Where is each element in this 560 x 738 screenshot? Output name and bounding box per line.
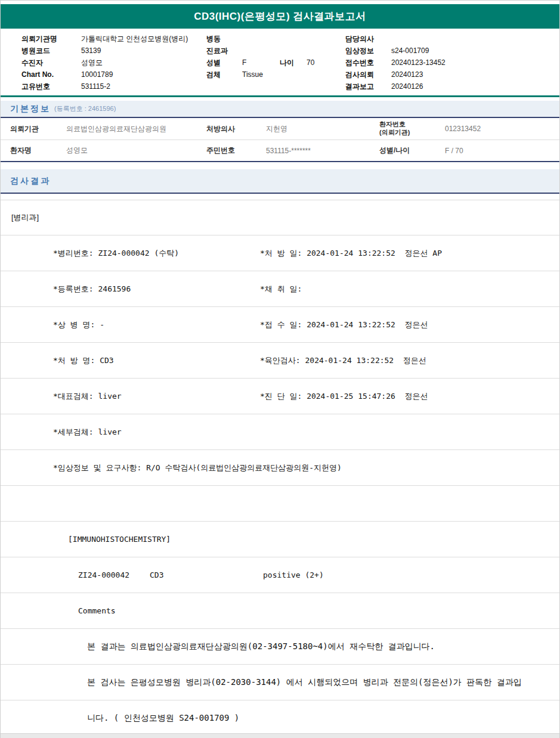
result-row-sub-specimen: *세부검체: liver bbox=[1, 414, 559, 450]
report-title-bar: CD3(IHC)(은평성모) 검사결과보고서 bbox=[1, 4, 559, 29]
field-row-unique-no: 고유번호 531115-2 bbox=[21, 80, 188, 92]
field-label: 진료과 bbox=[206, 46, 242, 56]
field-label: 고유번호 bbox=[21, 82, 81, 92]
result-left: *상 병 명: - bbox=[53, 320, 104, 330]
result-row-comments-label: Comments bbox=[1, 593, 559, 629]
department-label: [병리과] bbox=[11, 212, 39, 223]
field-value: 531115-2 bbox=[81, 82, 110, 91]
department-row: [병리과] bbox=[1, 200, 559, 235]
field-label: 결과보고 bbox=[345, 82, 391, 92]
comment-line-row: 본 결과는 의료법인삼광의료재단삼광의원(02-3497-5180~4)에서 재… bbox=[1, 629, 559, 665]
field-value: 성영모 bbox=[81, 58, 103, 68]
cell-label-line2: (의뢰기관) bbox=[379, 129, 445, 137]
field-label: 검체 bbox=[206, 70, 242, 80]
field-label: 나이 bbox=[280, 58, 307, 68]
results-body: *병리번호: ZI24-000042 (수탁) *처 방 일: 2024-01-… bbox=[1, 235, 559, 736]
field-label: 성별 bbox=[206, 58, 242, 68]
field-value: 20240123 bbox=[391, 70, 423, 79]
result-left: *대표검체: liver bbox=[53, 391, 122, 402]
field-value-sex: F bbox=[242, 58, 280, 67]
cell-label-line1: 환자번호 bbox=[379, 120, 445, 129]
comment-line-row: 본 검사는 은평성모병원 병리과(02-2030-3144) 에서 시행되었으며… bbox=[1, 665, 559, 700]
field-row-specimen: 검체 Tissue bbox=[206, 69, 314, 80]
comment-line: 본 검사는 은평성모병원 병리과(02-2030-3144) 에서 시행되었으며… bbox=[87, 677, 522, 688]
result-row-empty bbox=[1, 486, 559, 522]
section-header-test-results: 검사결과 bbox=[1, 169, 559, 194]
field-row-receipt-no: 접수번호 20240123-13452 bbox=[345, 57, 445, 69]
cell-label: 환자번호(의뢰기관) bbox=[379, 120, 445, 137]
section-header-basic-info: 기본정보 (등록번호 : 2461596) bbox=[1, 101, 559, 118]
cell-label: 의뢰기관 bbox=[1, 124, 66, 134]
specimen-number: ZI24-000042 bbox=[78, 570, 129, 579]
section-title: 기본정보 bbox=[10, 104, 51, 114]
result-right: *접 수 일: 2024-01-24 13:22:52 정은선 bbox=[260, 320, 428, 330]
field-row-clinical-info: 임상정보 s24-001709 bbox=[345, 45, 445, 57]
result-row-diagnosis-name: *상 병 명: - *접 수 일: 2024-01-24 13:22:52 정은… bbox=[1, 307, 559, 343]
field-label: 병원코드 bbox=[21, 46, 81, 56]
patient-header: 의뢰기관명 가톨릭대학교 인천성모병원(병리) 병원코드 53139 수진자 성… bbox=[1, 33, 559, 95]
cell-label: 처방의사 bbox=[206, 124, 266, 134]
immunohistochemistry-header: [IMMUNOHISTOCHEMISTRY] bbox=[68, 535, 171, 544]
field-row-sex-age: 성별 F 나이 70 bbox=[206, 57, 314, 69]
result-row-registration-no: *등록번호: 2461596 *채 취 일: bbox=[1, 271, 559, 307]
stain-result-row: ZI24-000042 CD3 positive (2+) bbox=[1, 557, 559, 593]
cell-label: 주민번호 bbox=[206, 145, 266, 156]
comment-line: 본 결과는 의료법인삼광의료재단삼광의원(02-3497-5180~4)에서 재… bbox=[87, 641, 435, 652]
patient-header-middle-column: 병동 진료과 성별 F 나이 70 검체 Tissue bbox=[206, 33, 314, 80]
cell-value: 531115-******* bbox=[266, 147, 379, 155]
field-row-department: 진료과 bbox=[206, 45, 314, 57]
comment-line: 니다. ( 인천성모병원 S24-001709 ) bbox=[87, 713, 239, 724]
cell-value: 012313452 bbox=[445, 125, 481, 133]
section-title: 검사결과 bbox=[10, 176, 51, 187]
result-row-pathology-no: *병리번호: ZI24-000042 (수탁) *처 방 일: 2024-01-… bbox=[1, 235, 559, 271]
cell-label: 환자명 bbox=[1, 145, 66, 156]
stain-result: positive (2+) bbox=[263, 570, 324, 579]
field-value-age: 70 bbox=[307, 58, 314, 67]
basic-info-table: 의뢰기관 의료법인삼광의료재단삼광의원 처방의사 지헌영 환자번호(의뢰기관) … bbox=[1, 118, 559, 162]
result-row-clinical-request: *임상정보 및 요구사항: R/O 수탁검사(의료법인삼광의료재단삼광의원-지헌… bbox=[1, 450, 559, 486]
field-value: 가톨릭대학교 인천성모병원(병리) bbox=[81, 34, 188, 44]
result-left: *임상정보 및 요구사항: R/O 수탁검사(의료법인삼광의료재단삼광의원-지헌… bbox=[53, 463, 342, 473]
field-label: 담당의사 bbox=[345, 34, 391, 44]
field-row-referring-org: 의뢰기관명 가톨릭대학교 인천성모병원(병리) bbox=[21, 33, 188, 45]
field-row-result-report-date: 결과보고 20240126 bbox=[345, 80, 445, 92]
field-row-ward: 병동 bbox=[206, 33, 314, 45]
field-value: 53139 bbox=[81, 46, 101, 55]
field-row-chart-no: Chart No. 10001789 bbox=[21, 69, 188, 80]
field-label: 의뢰기관명 bbox=[21, 34, 81, 44]
field-row-test-request-date: 검사의뢰 20240123 bbox=[345, 69, 445, 80]
table-row: 환자명 성영모 주민번호 531115-******* 성별/나이 F / 70 bbox=[1, 140, 559, 162]
result-row-immuno-header: [IMMUNOHISTOCHEMISTRY] bbox=[1, 522, 559, 557]
field-label: 접수번호 bbox=[345, 58, 391, 68]
report-page: CD3(IHC)(은평성모) 검사결과보고서 의뢰기관명 가톨릭대학교 인천성모… bbox=[0, 0, 560, 738]
field-value: 10001789 bbox=[81, 70, 113, 79]
field-value: s24-001709 bbox=[391, 46, 429, 55]
table-row: 의뢰기관 의료법인삼광의료재단삼광의원 처방의사 지헌영 환자번호(의뢰기관) … bbox=[1, 118, 559, 140]
comment-line-row: 니다. ( 인천성모병원 S24-001709 ) bbox=[1, 700, 559, 736]
cell-value: 지헌영 bbox=[266, 124, 379, 134]
result-left: *병리번호: ZI24-000042 (수탁) bbox=[53, 248, 179, 259]
patient-header-right-column: 담당의사 임상정보 s24-001709 접수번호 20240123-13452… bbox=[345, 33, 445, 92]
patient-header-left-column: 의뢰기관명 가톨릭대학교 인천성모병원(병리) 병원코드 53139 수진자 성… bbox=[21, 33, 188, 92]
field-row-hospital-code: 병원코드 53139 bbox=[21, 45, 188, 57]
comments-label: Comments bbox=[78, 606, 116, 615]
field-label: 검사의뢰 bbox=[345, 70, 391, 80]
result-row-main-specimen: *대표검체: liver *진 단 일: 2024-01-25 15:47:26… bbox=[1, 379, 559, 414]
field-label: 수진자 bbox=[21, 58, 81, 68]
stain-name: CD3 bbox=[150, 570, 163, 579]
registration-number: (등록번호 : 2461596) bbox=[54, 104, 116, 113]
result-right: *육안검사: 2024-01-24 13:22:52 정은선 bbox=[260, 355, 426, 366]
field-label: 병동 bbox=[206, 34, 242, 44]
result-left: *처 방 명: CD3 bbox=[53, 355, 114, 366]
result-left: *세부검체: liver bbox=[53, 427, 122, 438]
field-row-attending-doctor: 담당의사 bbox=[345, 33, 445, 45]
report-title: CD3(IHC)(은평성모) 검사결과보고서 bbox=[194, 10, 366, 23]
cell-value: F / 70 bbox=[445, 147, 463, 155]
field-value: Tissue bbox=[242, 70, 263, 79]
field-label: 임상정보 bbox=[345, 46, 391, 56]
result-right: *채 취 일: bbox=[260, 284, 302, 294]
cell-label: 성별/나이 bbox=[379, 145, 445, 156]
result-right: *처 방 일: 2024-01-24 13:22:52 정은선 AP bbox=[260, 248, 442, 259]
field-value: 20240123-13452 bbox=[391, 58, 445, 67]
cell-value: 성영모 bbox=[66, 145, 206, 156]
